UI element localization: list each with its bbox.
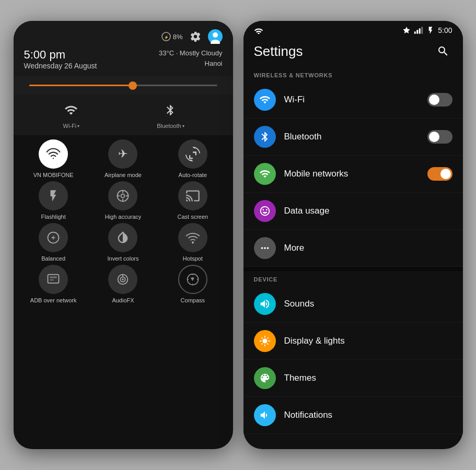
avatar-icon[interactable] <box>208 29 223 44</box>
bluetooth-item-label: Bluetooth <box>284 132 427 142</box>
app-invert-colors[interactable]: Invert colors <box>94 223 152 262</box>
hotspot-icon <box>178 223 207 252</box>
more-icon <box>254 237 276 259</box>
wifi-toggle-knob <box>429 95 439 105</box>
auto-rotate-icon <box>178 139 207 169</box>
airplane-label: Airplane mode <box>105 172 142 178</box>
svg-rect-14 <box>50 276 57 278</box>
slider-thumb <box>129 81 137 90</box>
app-audiofx[interactable]: AudioFX <box>94 265 152 303</box>
app-airplane-mode[interactable]: ✈ Airplane mode <box>94 139 152 178</box>
wifi-item[interactable]: Wi-Fi <box>243 81 463 119</box>
wifi-toggle[interactable]: Wi-Fi ▾ <box>62 101 80 129</box>
app-high-accuracy[interactable]: High accuracy <box>94 181 152 220</box>
audiofx-icon <box>108 265 137 294</box>
mobile-toggle-knob <box>440 169 451 179</box>
adb-icon <box>39 265 68 294</box>
status-left <box>254 27 263 34</box>
mobile-item-icon <box>254 163 276 185</box>
app-adb[interactable]: ADB over network <box>25 265 82 303</box>
bluetooth-item-toggle[interactable] <box>427 130 452 144</box>
device-section-label: DEVICE <box>243 271 463 286</box>
wifi-item-icon <box>254 89 276 111</box>
bluetooth-toggle[interactable]: Bluetooth ▾ <box>157 101 184 129</box>
app-row-1: VN MOBIFONE ✈ Airplane mode Auto-rotate <box>19 139 228 178</box>
gear-icon[interactable] <box>188 29 203 44</box>
time-block: 5:00 pm Wednesday 26 August <box>24 48 97 70</box>
svg-point-18 <box>122 278 124 280</box>
balanced-icon <box>39 223 68 252</box>
mobile-item-toggle[interactable] <box>427 167 452 181</box>
weather-block: 33°C · Mostly Cloudy Hanoi <box>159 48 223 68</box>
app-flashlight[interactable]: Flashlight <box>25 181 82 220</box>
display-item[interactable]: Display & lights <box>243 323 463 360</box>
bluetooth-item[interactable]: Bluetooth <box>243 119 463 156</box>
sounds-item[interactable]: Sounds <box>243 286 463 323</box>
themes-label: Themes <box>284 373 452 383</box>
vn-mobifone-icon <box>39 139 68 169</box>
app-compass[interactable]: Compass <box>164 265 222 303</box>
battery-percent: 8% <box>173 33 183 41</box>
wifi-label: Wi-Fi ▾ <box>63 123 80 129</box>
right-status-bar: 5:00 <box>243 21 463 38</box>
svg-point-6 <box>121 194 125 198</box>
sounds-label: Sounds <box>284 299 452 309</box>
svg-point-3 <box>213 32 218 38</box>
svg-rect-13 <box>48 275 59 283</box>
weather-city: Hanoi <box>159 58 223 69</box>
star-status-icon <box>402 26 411 34</box>
quick-toggles: Wi-Fi ▾ Bluetooth ▾ <box>14 95 233 135</box>
left-header-time: 5:00 pm Wednesday 26 August 33°C · Mostl… <box>24 48 223 70</box>
settings-header: Settings <box>243 38 463 67</box>
brightness-slider[interactable] <box>14 76 233 95</box>
status-time: 5:00 <box>438 26 452 34</box>
app-cast-screen[interactable]: Cast screen <box>164 181 222 220</box>
notifications-item[interactable]: Notifications <box>243 397 463 434</box>
bt-chevron: ▾ <box>182 124 184 128</box>
bolt-status-icon <box>426 26 435 34</box>
compass-label: Compass <box>181 297 205 303</box>
svg-point-12 <box>192 242 193 243</box>
themes-icon <box>254 367 276 389</box>
bluetooth-icon <box>161 101 180 120</box>
flashlight-label: Flashlight <box>41 214 66 220</box>
weather-temp: 33°C · Mostly Cloudy <box>159 48 223 58</box>
sounds-icon <box>254 293 276 315</box>
hotspot-label: Hotspot <box>183 255 203 262</box>
search-button[interactable] <box>434 42 452 61</box>
wifi-icon <box>62 101 80 120</box>
left-phone: ⚡ 8% 5:00 pm Wednesday 26 August <box>14 21 233 449</box>
svg-rect-21 <box>414 31 416 34</box>
app-auto-rotate[interactable]: Auto-rotate <box>164 139 222 178</box>
wireless-section-label: WIRELESS & NETWORKS <box>243 67 463 81</box>
svg-rect-24 <box>422 27 423 34</box>
left-header: ⚡ 8% 5:00 pm Wednesday 26 August <box>14 21 233 76</box>
adb-label: ADB over network <box>30 297 77 303</box>
svg-rect-23 <box>419 28 421 34</box>
app-row-3: Balanced Invert colors Hotspot <box>19 223 228 262</box>
current-date: Wednesday 26 August <box>24 62 97 70</box>
status-right: 5:00 <box>402 26 452 34</box>
search-icon <box>437 45 449 57</box>
bluetooth-label: Bluetooth ▾ <box>157 123 184 129</box>
left-header-top: ⚡ 8% <box>24 29 223 44</box>
flashlight-icon <box>39 181 68 210</box>
app-vn-mobifone[interactable]: VN MOBIFONE <box>25 139 82 178</box>
display-label: Display & lights <box>284 336 452 346</box>
data-usage-item[interactable]: Data usage <box>243 193 463 230</box>
compass-icon <box>178 265 207 294</box>
more-item[interactable]: More <box>243 230 463 267</box>
mobile-item[interactable]: Mobile networks <box>243 156 463 193</box>
themes-item[interactable]: Themes <box>243 360 463 397</box>
app-balanced[interactable]: Balanced <box>25 223 82 262</box>
section-divider <box>243 267 463 271</box>
cast-screen-icon <box>178 181 207 210</box>
svg-text:⚡: ⚡ <box>164 35 168 40</box>
high-accuracy-icon <box>108 181 137 210</box>
right-phone: 5:00 Settings WIRELESS & NETWORKS Wi-Fi <box>243 21 463 449</box>
wifi-item-toggle[interactable] <box>427 93 452 107</box>
app-hotspot[interactable]: Hotspot <box>164 223 222 262</box>
more-label: More <box>284 243 452 253</box>
high-accuracy-label: High accuracy <box>105 214 142 220</box>
wifi-item-label: Wi-Fi <box>284 95 427 105</box>
